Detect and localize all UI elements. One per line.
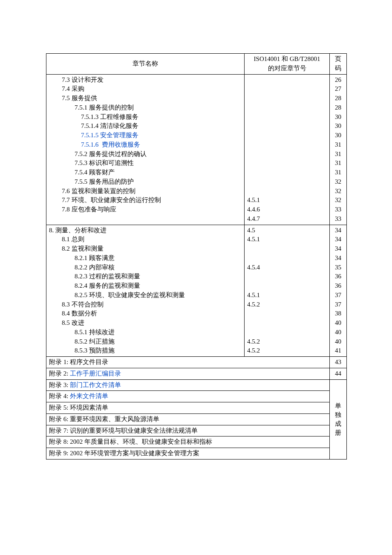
toc-page: 37 [332, 291, 344, 300]
toc-chapter: 4.5.1 [247, 291, 327, 300]
appendix-title-cell: 附录 3: 部门工作文件清单 [46, 379, 330, 391]
toc-entry: 8.3 不符合控制 [49, 300, 242, 309]
appendix-page: 44 [330, 368, 347, 379]
appendix-label: 附录 8: [49, 438, 68, 445]
toc-entry: 7.5.4 顾客财产 [49, 168, 242, 177]
toc-page: 28 [332, 94, 344, 103]
toc-chapter [247, 113, 327, 122]
appendix-title-cell: 附录 6: 重要环境因素、重大风险源清单 [46, 413, 330, 425]
toc-entry: 8.5.2 纠正措施 [49, 337, 242, 347]
appendix-row: 附录 9: 2002 年环境管理方案与职业健康安全管理方案 [46, 448, 347, 460]
toc-chapter [247, 150, 327, 159]
toc-page: 40 [332, 337, 344, 347]
toc-chapter [247, 328, 327, 337]
toc-page: 34 [332, 235, 344, 244]
toc-entry: 7.3 设计和开发 [49, 75, 242, 85]
section-8-names: 8. 测量、分析和改进8.1 总则8.2 监视和测量8.2.1 顾客满意8.2.… [46, 225, 245, 357]
toc-chapter: 4.5.4 [247, 263, 327, 272]
toc-chapter [247, 187, 327, 196]
appendix-title: 重要环境因素、重大风险源清单 [68, 416, 159, 422]
appendix-label: 附录 4: [49, 393, 68, 399]
toc-page: 27 [332, 84, 344, 94]
toc-entry: 8.4 数据分析 [49, 309, 242, 318]
header-col-page: 页 码 [330, 54, 347, 75]
toc-entry [49, 214, 242, 224]
toc-chapter [247, 75, 327, 85]
toc-entry: 7.5.1 服务提供的控制 [49, 103, 242, 113]
toc-page: 31 [332, 168, 344, 177]
header-col-chapter: ISO14001 和 GB/T28001 的对应章节号 [245, 54, 330, 75]
toc-entry: 7.5.1.4 清洁绿化服务 [49, 121, 242, 131]
toc-entry: 7.8 应包准备与响应 [49, 205, 242, 214]
toc-entry: 7.7 环境、职业健康安全的运行控制 [49, 196, 242, 205]
toc-entry: 8.2.1 顾客满意 [49, 254, 242, 263]
toc-entry: 8.1 总则 [49, 235, 242, 244]
toc-page: 30 [332, 131, 344, 140]
toc-page: 32 [332, 196, 344, 205]
toc-page: 40 [332, 318, 344, 328]
toc-page: 30 [332, 121, 344, 131]
header-col-name: 章节名称 [46, 54, 245, 75]
toc-chapter [247, 254, 327, 263]
toc-page: 36 [332, 272, 344, 281]
header-col2-l1: ISO14001 和 GB/T28001 [254, 55, 320, 62]
toc-entry: 8.5.3 预防措施 [49, 346, 242, 356]
toc-chapter [247, 177, 327, 187]
appendix-title-cell: 附录 1: 程序文件目录 [46, 357, 330, 368]
appendix-title: 2002 年质量目标、环境、职业健康安全目标和指标 [68, 438, 212, 445]
appendix-row: 附录 6: 重要环境因素、重大风险源清单 [46, 413, 347, 425]
appendix-page: 43 [330, 357, 347, 368]
section-7-pages: 26272828303030313131313232323333 [330, 74, 347, 225]
appendix-label: 附录 5: [49, 404, 68, 411]
toc-entry: 7.5.1.6 费用收缴服务 [49, 140, 242, 150]
appendix-label: 附录 9: [49, 450, 68, 457]
appendix-title: 部门工作文件清单 [68, 382, 121, 388]
toc-chapter: 4.4.7 [247, 214, 327, 224]
header-col3-l2: 码 [335, 65, 341, 72]
toc-entry: 7.5.1.5 安全管理服务 [49, 131, 242, 140]
toc-page: 28 [332, 103, 344, 113]
toc-chapter [247, 84, 327, 94]
section-7-names: 7.3 设计和开发7.4 采购7.5 服务提供7.5.1 服务提供的控制7.5.… [46, 74, 245, 225]
toc-entry: 7.5.3 标识和可追溯性 [49, 159, 242, 168]
toc-entry: 7.5 服务提供 [49, 94, 242, 103]
toc-entry: 8.5.1 持续改进 [49, 328, 242, 337]
toc-chapter [247, 121, 327, 131]
toc-chapter [247, 103, 327, 113]
appendix-row: 附录 1: 程序文件目录43 [46, 357, 347, 368]
header-col3-l1: 页 [335, 55, 341, 62]
section-8-chapters: 4.54.5.1 4.5.4 4.5.14.5.2 4.5.24.5.2 [245, 225, 330, 357]
section-7-chapters: 4.5.14.4.64.4.7 [245, 74, 330, 225]
appendix-title: 识别的重要环境与职业健康安全法律法规清单 [68, 427, 198, 434]
appendix-row: 附录 7: 识别的重要环境与职业健康安全法律法规清单 [46, 425, 347, 436]
toc-page: 33 [332, 214, 344, 224]
appendix-title-cell: 附录 7: 识别的重要环境与职业健康安全法律法规清单 [46, 425, 330, 436]
toc-page: 31 [332, 159, 344, 168]
toc-chapter [247, 94, 327, 103]
toc-entry: 7.5.2 服务提供过程的确认 [49, 150, 242, 159]
toc-chapter: 4.5.2 [247, 337, 327, 347]
toc-page: 33 [332, 205, 344, 214]
toc-page: 38 [332, 309, 344, 318]
toc-page: 32 [332, 187, 344, 196]
toc-entry: 8.2.5 环境、职业健康安全的监视和测量 [49, 291, 242, 300]
toc-entry: 7.5.5 服务用品的防护 [49, 177, 242, 187]
toc-page: 30 [332, 113, 344, 122]
appendix-title-cell: 附录 2: 工作手册汇编目录 [46, 368, 330, 379]
toc-page: 41 [332, 346, 344, 356]
toc-chapter [247, 159, 327, 168]
toc-page: 34 [332, 226, 344, 235]
appendix-label: 附录 7: [49, 427, 68, 434]
header-row: 章节名称 ISO14001 和 GB/T28001 的对应章节号 页 码 [46, 54, 347, 75]
toc-page: 31 [332, 140, 344, 150]
toc-page: 36 [332, 281, 344, 291]
appendix-label: 附录 6: [49, 416, 68, 422]
toc-entry: 8.2.4 服务的监视和测量 [49, 281, 242, 291]
toc-chapter: 4.5.2 [247, 346, 327, 356]
booklet-note: 单独成册 [330, 379, 347, 459]
toc-entry: 7.6 监视和测量装置的控制 [49, 187, 242, 196]
toc-entry: 8.2.2 内部审核 [49, 263, 242, 272]
appendix-title: 外来文件清单 [68, 393, 108, 399]
toc-page: 40 [332, 328, 344, 337]
toc-chapter [247, 168, 327, 177]
